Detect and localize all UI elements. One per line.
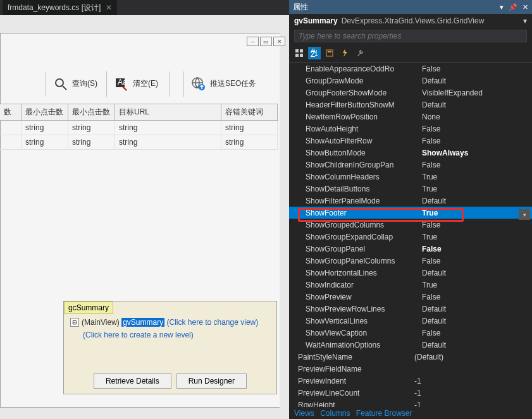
col-header[interactable]: 容错关键词 bbox=[221, 104, 278, 120]
property-value[interactable]: True bbox=[419, 173, 532, 181]
property-row[interactable]: ShowIndicatorTrue bbox=[289, 279, 532, 291]
col-header[interactable]: 最小点击数 bbox=[68, 104, 115, 120]
property-row[interactable]: WaitAnimationOptionsDefault bbox=[289, 339, 532, 351]
property-value[interactable]: -1 bbox=[412, 377, 532, 386]
property-value[interactable]: VisibleIfExpanded bbox=[419, 88, 532, 97]
table-row[interactable]: string string string string bbox=[0, 135, 278, 150]
value-dropdown-icon[interactable]: ▾ bbox=[519, 209, 530, 220]
property-value[interactable]: (Default) bbox=[412, 353, 532, 361]
properties-grid[interactable]: EnableAppearanceOddRoFalseGroupDrawModeD… bbox=[289, 63, 532, 407]
categorized-icon[interactable] bbox=[293, 47, 306, 59]
events-icon[interactable] bbox=[338, 47, 351, 59]
alphabetical-icon[interactable]: AZ bbox=[308, 47, 321, 59]
search-button[interactable]: 查询(S) bbox=[47, 74, 104, 94]
property-row[interactable]: ShowAutoFilterRowFalse bbox=[289, 135, 532, 147]
table-row[interactable]: string string string string bbox=[0, 121, 278, 135]
property-row[interactable]: ShowPreviewFalse bbox=[289, 291, 532, 303]
property-row[interactable]: EnableAppearanceOddRoFalse bbox=[289, 63, 532, 75]
property-row[interactable]: ShowChildrenInGroupPanFalse bbox=[289, 159, 532, 171]
object-selector[interactable]: gvSummary DevExpress.XtraGrid.Views.Grid… bbox=[289, 14, 532, 28]
property-value[interactable]: Default bbox=[419, 341, 532, 349]
gvsummary-selected[interactable]: gvSummary bbox=[121, 318, 164, 327]
property-row[interactable]: GroupFooterShowModeVisibleIfExpanded bbox=[289, 87, 532, 99]
collapse-icon[interactable]: ⊟ bbox=[70, 318, 79, 327]
dropdown-icon[interactable]: ▾ bbox=[500, 3, 504, 11]
property-name: ShowGroupExpandCollap bbox=[306, 233, 419, 241]
property-value[interactable]: -1 bbox=[412, 389, 532, 398]
property-value[interactable]: Default bbox=[419, 317, 532, 325]
property-value[interactable]: Default bbox=[419, 269, 532, 277]
property-value[interactable]: Default bbox=[419, 197, 532, 205]
property-row[interactable]: ShowPreviewRowLinesDefault bbox=[289, 303, 532, 315]
property-value[interactable]: False bbox=[419, 137, 532, 145]
property-value[interactable]: Default bbox=[419, 305, 532, 313]
property-value[interactable]: True bbox=[419, 185, 532, 193]
property-value[interactable]: False bbox=[419, 329, 532, 337]
property-row[interactable]: PreviewFieldName bbox=[289, 363, 532, 375]
property-value[interactable]: Default bbox=[419, 76, 532, 85]
views-link[interactable]: Views bbox=[294, 409, 314, 418]
property-row[interactable]: ShowViewCaptionFalse bbox=[289, 327, 532, 339]
property-value[interactable]: -1 bbox=[412, 401, 532, 408]
new-level-link[interactable]: (Click here to create a new level) bbox=[64, 331, 276, 344]
property-name: GroupDrawMode bbox=[306, 76, 419, 85]
clear-label: 清空(E) bbox=[133, 78, 158, 89]
property-row[interactable]: ShowDetailButtonsTrue bbox=[289, 183, 532, 195]
close-icon[interactable]: ✕ bbox=[523, 3, 528, 11]
retrieve-details-button[interactable]: Retrieve Details bbox=[94, 373, 171, 389]
property-row[interactable]: RowAutoHeightFalse bbox=[289, 123, 532, 135]
seo-button[interactable]: 推送SEO任务 bbox=[185, 74, 263, 94]
col-header[interactable]: 目标URL bbox=[115, 104, 221, 120]
minimize-icon[interactable]: ─ bbox=[247, 37, 259, 46]
property-value[interactable]: True bbox=[419, 233, 532, 241]
col-header[interactable]: 数 bbox=[0, 104, 22, 120]
property-row[interactable]: ShowVerticalLinesDefault bbox=[289, 315, 532, 327]
property-row[interactable]: ShowGroupExpandCollapTrue bbox=[289, 231, 532, 243]
property-value[interactable]: True bbox=[419, 209, 532, 217]
property-row[interactable]: GroupDrawModeDefault bbox=[289, 75, 532, 87]
chevron-down-icon[interactable]: ▾ bbox=[523, 16, 527, 25]
property-row[interactable]: ShowColumnHeadersTrue bbox=[289, 171, 532, 183]
property-row[interactable]: ShowGroupedColumnsFalse bbox=[289, 219, 532, 231]
property-value[interactable]: True bbox=[419, 281, 532, 289]
change-view-link[interactable]: (Click here to change view) bbox=[167, 318, 259, 327]
search-input[interactable] bbox=[294, 30, 527, 42]
run-designer-button[interactable]: Run Designer bbox=[176, 373, 247, 389]
property-row[interactable]: ShowHorizontalLinesDefault bbox=[289, 267, 532, 279]
property-row[interactable]: ShowButtonModeShowAlways bbox=[289, 147, 532, 159]
gcsummary-title[interactable]: gcSummary bbox=[64, 301, 113, 314]
property-value[interactable]: False bbox=[419, 257, 532, 265]
property-value[interactable]: False bbox=[419, 124, 532, 133]
clear-button[interactable]: Aa 清空(E) bbox=[108, 74, 164, 94]
property-value[interactable]: None bbox=[419, 112, 532, 121]
data-grid[interactable]: 数 最小点击数 最小点击数 目标URL 容错关键词 string string … bbox=[0, 104, 278, 150]
property-row[interactable]: PreviewIndent-1 bbox=[289, 375, 532, 387]
property-row[interactable]: ShowFooterTrue bbox=[289, 207, 532, 219]
wrench-icon[interactable] bbox=[354, 47, 366, 59]
property-row[interactable]: NewItemRowPositionNone bbox=[289, 111, 532, 123]
property-value[interactable]: False bbox=[419, 161, 532, 169]
properties-icon[interactable] bbox=[323, 47, 336, 59]
property-value[interactable]: Default bbox=[419, 100, 532, 109]
property-value[interactable]: False bbox=[419, 221, 532, 229]
designer-surface: ─ ▭ ✕ 查询(S) Aa 清空(E) 推送SEO任务 数 bbox=[0, 15, 289, 419]
close-window-icon[interactable]: ✕ bbox=[273, 37, 285, 46]
property-row[interactable]: ShowGroupPanelFalse bbox=[289, 243, 532, 255]
property-row[interactable]: PreviewLineCount-1 bbox=[289, 387, 532, 399]
col-header[interactable]: 最小点击数 bbox=[22, 104, 68, 120]
feature-browser-link[interactable]: Feature Browser bbox=[356, 409, 412, 418]
columns-link[interactable]: Columns bbox=[320, 409, 350, 418]
file-tab[interactable]: frmdata_keywords.cs [设计] ✕ bbox=[3, 0, 117, 16]
property-row[interactable]: PaintStyleName(Default) bbox=[289, 351, 532, 363]
property-value[interactable]: False bbox=[419, 293, 532, 301]
property-row[interactable]: RowHeight-1 bbox=[289, 399, 532, 407]
property-value[interactable]: False bbox=[419, 64, 532, 73]
property-row[interactable]: HeaderFilterButtonShowMDefault bbox=[289, 99, 532, 111]
pin-icon[interactable]: 📌 bbox=[509, 3, 517, 11]
maximize-icon[interactable]: ▭ bbox=[260, 37, 272, 46]
property-row[interactable]: ShowGroupPanelColumnsFalse bbox=[289, 255, 532, 267]
property-row[interactable]: ShowFilterPanelModeDefault bbox=[289, 195, 532, 207]
property-value[interactable]: False bbox=[419, 245, 532, 253]
property-value[interactable]: ShowAlways bbox=[419, 149, 532, 157]
close-icon[interactable]: ✕ bbox=[106, 3, 112, 12]
